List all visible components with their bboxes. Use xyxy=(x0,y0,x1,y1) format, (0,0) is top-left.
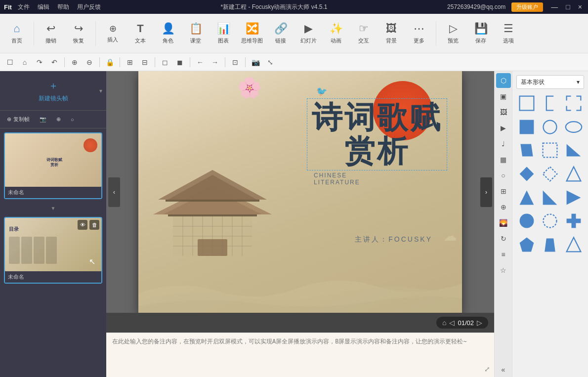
tb2-send-back[interactable]: ◼ xyxy=(174,56,186,68)
toolbar-text[interactable]: T 文本 xyxy=(127,17,153,50)
rp-music-icon[interactable]: ♩ xyxy=(496,136,511,151)
shape-trapezoid-right[interactable] xyxy=(563,140,584,161)
tb2-home[interactable]: ⌂ xyxy=(19,56,31,68)
tb2-grid[interactable]: ⊞ xyxy=(124,56,136,68)
rp-collapse-icon[interactable]: « xyxy=(496,362,511,377)
toolbar-slideshow[interactable]: ▶ 幻灯片 xyxy=(295,17,321,50)
canvas-nav-left[interactable]: ‹ xyxy=(108,177,120,207)
rp-grid-icon[interactable]: ⊞ xyxy=(496,184,511,199)
shape-diamond-outline[interactable] xyxy=(540,164,561,184)
collapse-left-icon[interactable]: « xyxy=(496,362,511,377)
tb2-redo2[interactable]: ↷ xyxy=(34,56,45,68)
rp-image2-icon[interactable]: 🌄 xyxy=(496,215,511,230)
tb2-screenshot[interactable]: 📷 xyxy=(250,56,261,68)
slide-item-1[interactable]: 诗词歌赋赏析 未命名 xyxy=(4,132,102,199)
shape-triangle-solid[interactable] xyxy=(516,187,537,208)
minimize-button[interactable]: — xyxy=(549,3,560,11)
toolbar-chart[interactable]: 📊 图表 xyxy=(210,17,236,50)
slide-delete-button[interactable]: 🗑 xyxy=(89,220,99,230)
tb2-lock[interactable]: 🔒 xyxy=(104,56,116,68)
shape-parallelogram[interactable] xyxy=(516,140,537,161)
menu-help[interactable]: 帮助 xyxy=(57,3,69,11)
rp-copy-icon[interactable]: ⊕ xyxy=(496,200,511,214)
shape-triangle2[interactable] xyxy=(563,234,584,255)
toolbar-link[interactable]: 🔗 链接 xyxy=(268,17,294,50)
rp-circle-icon[interactable]: ○ xyxy=(496,168,511,183)
shape-circle-solid[interactable] xyxy=(516,210,537,231)
shape-rect-solid[interactable] xyxy=(516,117,537,137)
new-frame-arrow-icon[interactable]: ▾ xyxy=(99,87,102,94)
page-prev-btn[interactable]: ◁ xyxy=(449,319,455,327)
maximize-button[interactable]: □ xyxy=(564,3,572,11)
slide-camera-button[interactable]: 📷 xyxy=(37,114,49,125)
rp-image-icon[interactable]: 🖼 xyxy=(496,105,511,120)
notes-input[interactable] xyxy=(112,337,488,367)
shape-trapezoid[interactable] xyxy=(540,234,561,255)
menu-feedback[interactable]: 用户反馈 xyxy=(77,3,101,11)
rp-play-icon[interactable]: ▶ xyxy=(496,121,511,135)
shape-pentagon[interactable] xyxy=(516,234,537,255)
toolbar-more[interactable]: ⋯ 更多 xyxy=(406,17,432,50)
toolbar-lesson[interactable]: 📋 课堂 xyxy=(183,17,209,50)
slide-item-2[interactable]: 目录 👁 🗑 xyxy=(4,217,102,284)
toolbar-character[interactable]: 👤 角色 xyxy=(155,17,181,50)
shape-circle-dashed[interactable] xyxy=(540,210,561,231)
tb2-zoom-in[interactable]: ⊕ xyxy=(69,56,81,68)
slide-name-1: 未命名 xyxy=(5,187,101,198)
rp-frame-icon[interactable]: ▣ xyxy=(496,89,511,104)
notes-expand-button[interactable]: ⤢ xyxy=(484,365,490,373)
tb2-select[interactable]: ☐ xyxy=(4,56,16,68)
toolbar-animation[interactable]: ✨ 动画 xyxy=(323,17,349,50)
shape-ellipse-outline[interactable] xyxy=(563,117,584,137)
menu-edit[interactable]: 编辑 xyxy=(38,3,49,11)
page-next-btn[interactable]: ▷ xyxy=(477,319,482,327)
shape-dashed-rect[interactable] xyxy=(540,140,561,161)
tb2-group[interactable]: ⊡ xyxy=(229,56,241,68)
toolbar-options[interactable]: ☰ 选项 xyxy=(496,17,521,50)
copy-frame-icon: ⊕ xyxy=(7,116,11,123)
tb2-snap[interactable]: ⊟ xyxy=(139,56,151,68)
shape-circle-outline[interactable] xyxy=(540,117,561,137)
shape-bracket-left[interactable] xyxy=(540,93,561,114)
upgrade-button[interactable]: 升级账户 xyxy=(511,2,543,12)
toolbar-redo[interactable]: ↪ 恢复 xyxy=(66,17,91,50)
toolbar-insert[interactable]: ⊕ 插入 xyxy=(100,17,126,50)
shape-rect-outline[interactable] xyxy=(516,93,537,114)
shape-bracket-corners[interactable] xyxy=(563,93,584,114)
slide-eye-button[interactable]: 👁 xyxy=(78,220,87,230)
rp-star-icon[interactable]: ☆ xyxy=(496,263,511,278)
toolbar-undo[interactable]: ↩ 撤销 xyxy=(38,17,64,50)
slide-add-button[interactable]: ⊕ xyxy=(53,114,64,125)
close-button[interactable]: × xyxy=(576,3,584,11)
toolbar-preview[interactable]: ▷ 预览 xyxy=(440,17,466,50)
toolbar-home[interactable]: ⌂ 首页 xyxy=(4,17,30,50)
toolbar-interact[interactable]: ☞ 交互 xyxy=(351,17,377,50)
toolbar-background[interactable]: 🖼 背景 xyxy=(378,17,404,50)
shapes-dropdown[interactable]: 基本形状 ▾ xyxy=(516,75,584,89)
tb2-next[interactable]: → xyxy=(209,56,221,68)
shape-arrow-right[interactable] xyxy=(563,187,584,208)
tb2-resize[interactable]: ⤡ xyxy=(264,56,276,68)
slide-collapse-icon[interactable]: ▼ xyxy=(4,203,102,213)
copy-frame-button[interactable]: ⊕ 复制帧 xyxy=(4,114,33,125)
canvas-nav-right[interactable]: › xyxy=(480,177,492,207)
tb2-zoom-out[interactable]: ⊖ xyxy=(84,56,95,68)
tb2-bring-front[interactable]: ◻ xyxy=(159,56,171,68)
toolbar-save[interactable]: 💾 保存 xyxy=(468,17,494,50)
rp-shapes-icon[interactable]: ⬡ xyxy=(496,73,511,88)
tb2-prev[interactable]: ← xyxy=(194,56,206,68)
shape-right-triangle[interactable] xyxy=(540,187,561,208)
rp-layers-icon[interactable]: ≡ xyxy=(496,247,511,262)
shape-diamond-solid[interactable] xyxy=(516,164,537,184)
rp-table-icon[interactable]: ▦ xyxy=(496,152,511,167)
new-frame-button[interactable]: ＋ 新建镜头帧 ▾ xyxy=(0,71,106,111)
slide-circle-button[interactable]: ○ xyxy=(68,115,77,125)
page-home-btn[interactable]: ⌂ xyxy=(442,319,446,327)
menu-file[interactable]: 文件 xyxy=(18,3,30,11)
rp-rotate-icon[interactable]: ↻ xyxy=(496,231,511,246)
shape-triangle-outline[interactable] xyxy=(563,164,584,184)
shape-cross[interactable] xyxy=(563,210,584,231)
canvas-slide[interactable]: 🐦 🌸 xyxy=(138,71,462,313)
toolbar-mindmap[interactable]: 🔀 思维导图 xyxy=(238,17,266,50)
tb2-undo2[interactable]: ↶ xyxy=(48,56,60,68)
